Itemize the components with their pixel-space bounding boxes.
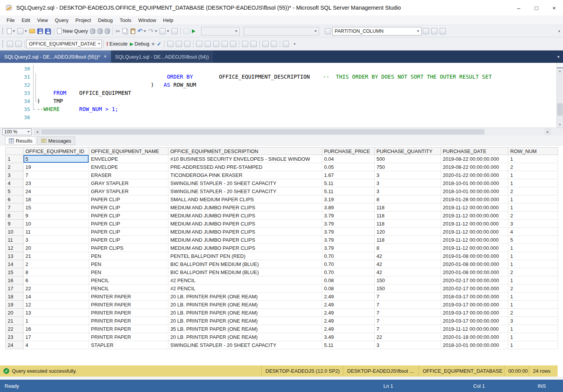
- grid-cell[interactable]: 1: [508, 195, 558, 204]
- grid-cell[interactable]: PEN: [89, 268, 168, 276]
- find-combo[interactable]: PARTITION_COLUMN: [332, 27, 422, 35]
- menu-window[interactable]: Window: [135, 17, 160, 23]
- grid-cell[interactable]: 7: [375, 325, 441, 333]
- menu-query[interactable]: Query: [51, 17, 72, 23]
- grid-cell[interactable]: 42: [375, 252, 441, 260]
- grid-cell[interactable]: 1: [508, 333, 558, 341]
- grid-cell[interactable]: 1: [508, 179, 558, 187]
- find-options-button[interactable]: [324, 27, 332, 36]
- grid-cell[interactable]: MEDIUM AND JUMBO PAPER CLIPS: [168, 204, 322, 212]
- row-number[interactable]: 16: [6, 276, 24, 284]
- grid-cell[interactable]: 1: [508, 301, 558, 309]
- grid-cell[interactable]: 2019-01-08 00:00:00.000: [441, 252, 508, 260]
- column-header[interactable]: PURCHASE_PRICE: [322, 148, 375, 155]
- grid-cell[interactable]: SWINGLINE STAPLER - 20 SHEET CAPACITY: [168, 341, 322, 349]
- add-item-button[interactable]: [16, 27, 28, 36]
- grid-cell[interactable]: 11: [24, 228, 89, 236]
- code-text[interactable]: ORDER BY OFFICE_EQUIPMENT_DESCRIPTION --…: [37, 73, 492, 81]
- scroll-left-icon[interactable]: ◄: [34, 128, 40, 135]
- grid-cell[interactable]: 22: [375, 333, 441, 341]
- grid-cell[interactable]: 0.70: [322, 252, 375, 260]
- cut-button[interactable]: ✂: [114, 27, 121, 36]
- grid-cell[interactable]: PRINTER PAPER: [89, 309, 168, 317]
- grid-cell[interactable]: 2020-02-17 00:00:00.000: [441, 284, 508, 293]
- code-text[interactable]: ) TMP: [37, 97, 63, 105]
- grid-cell[interactable]: MEDIUM AND JUMBO PAPER CLIPS: [168, 236, 322, 244]
- code-line[interactable]: 31 ORDER BY OFFICE_EQUIPMENT_DESCRIPTION…: [0, 73, 556, 81]
- row-number[interactable]: 9: [6, 220, 24, 228]
- grid-cell[interactable]: 2020-01-22 00:00:00.000: [441, 171, 508, 179]
- grid-cell[interactable]: GRAY STAPLER: [89, 187, 168, 195]
- debug-button[interactable]: ▶Debug: [129, 39, 151, 49]
- grid-cell[interactable]: 3.89: [322, 204, 375, 212]
- grid-cell[interactable]: 1: [508, 325, 558, 333]
- grid-cell[interactable]: 2020-01-08 00:00:00.000: [441, 260, 508, 268]
- dropdown-caret-icon[interactable]: [155, 30, 157, 32]
- grid-cell[interactable]: 500: [375, 155, 441, 163]
- grid-cell[interactable]: 24: [24, 187, 89, 195]
- grid-cell[interactable]: ENVELOPE: [89, 163, 168, 171]
- row-number[interactable]: 1: [6, 155, 24, 163]
- redo-button[interactable]: ↷: [147, 27, 158, 36]
- grid-cell[interactable]: PAPER CLIP: [89, 195, 168, 204]
- grid-cell[interactable]: 0.08: [322, 276, 375, 284]
- grid-cell[interactable]: 2.49: [322, 293, 375, 301]
- grid-cell[interactable]: 2: [508, 212, 558, 220]
- dropdown-caret-icon[interactable]: [13, 30, 15, 32]
- grid-cell[interactable]: 5: [508, 236, 558, 244]
- grid-cell[interactable]: 118: [375, 212, 441, 220]
- corner-header[interactable]: [6, 148, 24, 155]
- menu-file[interactable]: File: [3, 17, 18, 23]
- horizontal-scrollbar[interactable]: [40, 128, 545, 135]
- grid-cell[interactable]: 3: [24, 236, 89, 244]
- grid-cell[interactable]: 118: [375, 204, 441, 212]
- toolbar-grip[interactable]: [2, 40, 4, 47]
- toolbar-overflow[interactable]: ▾: [292, 42, 299, 46]
- code-line[interactable]: 32 ) AS ROW_NUM: [0, 81, 556, 89]
- scrollbar-thumb[interactable]: [557, 103, 563, 116]
- minimize-button[interactable]: –: [510, 0, 528, 15]
- grid-cell[interactable]: 3.79: [322, 236, 375, 244]
- tab-sqlquery2[interactable]: SQLQuery2.sql - DE...ADEOJS\fbsol (55))*…: [0, 50, 111, 63]
- specify-values-button[interactable]: [282, 39, 290, 49]
- row-number[interactable]: 8: [6, 212, 24, 220]
- menu-edit[interactable]: Edit: [18, 17, 34, 23]
- column-header[interactable]: PURCHASE_QUANTITY: [375, 148, 441, 155]
- row-number[interactable]: 20: [6, 309, 24, 317]
- grid-cell[interactable]: BIC BALLPOINT PEN MEDIUM (BLUE): [168, 268, 322, 276]
- code-text[interactable]: --WHERE ROW_NUM > 1;: [37, 105, 118, 113]
- grid-cell[interactable]: 2.49: [322, 317, 375, 325]
- column-header[interactable]: OFFICE_EQUIPMENT_DESCRIPTION: [168, 148, 322, 155]
- grid-cell[interactable]: 0.70: [322, 268, 375, 276]
- grid-cell[interactable]: 7: [375, 301, 441, 309]
- toolbar-grip[interactable]: [2, 28, 4, 35]
- open-file-button[interactable]: [28, 27, 36, 36]
- grid-cell[interactable]: 2020-01-18 00:00:00.000: [441, 333, 508, 341]
- grid-cell[interactable]: 2019-01-28 00:00:00.000: [441, 195, 508, 204]
- grid-cell[interactable]: PRINTER PAPER: [89, 333, 168, 341]
- grid-cell[interactable]: 23: [24, 179, 89, 187]
- grid-cell[interactable]: 3: [375, 171, 441, 179]
- grid-cell[interactable]: BIC BALLPOINT PEN MEDIUM (BLUE): [168, 260, 322, 268]
- combo-arrow[interactable]: [96, 40, 102, 48]
- grid-cell[interactable]: PRE-ADDRESSED AND PRE-STAMPED: [168, 163, 322, 171]
- tab-messages[interactable]: Messages: [37, 136, 75, 145]
- grid-cell[interactable]: 5.11: [322, 187, 375, 195]
- dropdown-caret-icon[interactable]: [25, 30, 27, 32]
- uncomment-button[interactable]: [249, 39, 258, 49]
- grid-cell[interactable]: ERASER: [89, 171, 168, 179]
- grid-cell[interactable]: 7: [375, 317, 441, 325]
- grid-cell[interactable]: 2019-11-12 00:00:00.000: [441, 204, 508, 212]
- row-number[interactable]: 2: [6, 163, 24, 171]
- row-number[interactable]: 12: [6, 244, 24, 252]
- code-line[interactable]: 34) TMP: [0, 97, 556, 105]
- grid-cell[interactable]: 4: [24, 341, 89, 349]
- grid-cell[interactable]: 2: [508, 268, 558, 276]
- grid-cell[interactable]: 150: [375, 284, 441, 293]
- code-line[interactable]: 33 FROM OFFICE_EQUIPMENT: [0, 89, 556, 97]
- grid-cell[interactable]: 8: [24, 268, 89, 276]
- grid-cell[interactable]: 118: [375, 220, 441, 228]
- include-actual-plan-button[interactable]: [195, 39, 203, 49]
- grid-cell[interactable]: 2.49: [322, 301, 375, 309]
- grid-cell[interactable]: 19: [24, 163, 89, 171]
